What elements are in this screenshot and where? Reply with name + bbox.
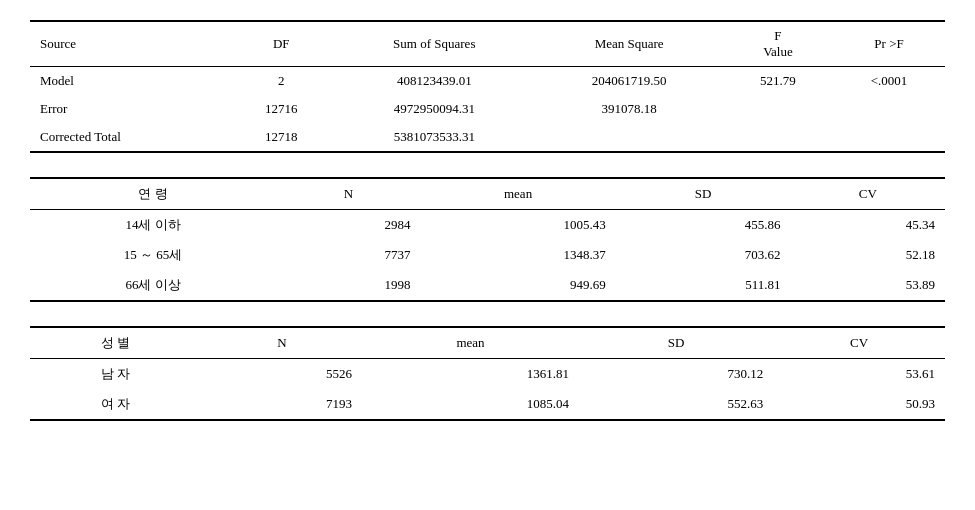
table-row: Error 12716 4972950094.31 391078.18 bbox=[30, 95, 945, 123]
anova-header-f: FValue bbox=[723, 21, 833, 67]
age-cv: 45.34 bbox=[791, 210, 945, 241]
age-header-cv: CV bbox=[791, 178, 945, 210]
gender-mean: 1085.04 bbox=[362, 389, 579, 420]
gender-header-sd: SD bbox=[579, 327, 773, 359]
anova-pr bbox=[833, 95, 945, 123]
anova-ms bbox=[535, 123, 722, 152]
table-row: Model 2 408123439.01 204061719.50 521.79… bbox=[30, 67, 945, 96]
gender-sd: 730.12 bbox=[579, 359, 773, 390]
age-label: 66세 이상 bbox=[30, 270, 276, 301]
gender-header-mean: mean bbox=[362, 327, 579, 359]
anova-df: 2 bbox=[229, 67, 333, 96]
age-table: 연 령 N mean SD CV 14세 이하 2984 1005.43 455… bbox=[30, 177, 945, 302]
table-row: 여 자 7193 1085.04 552.63 50.93 bbox=[30, 389, 945, 420]
anova-ss: 5381073533.31 bbox=[333, 123, 535, 152]
gender-table: 성 별 N mean SD CV 남 자 5526 1361.81 730.12… bbox=[30, 326, 945, 421]
anova-ms: 391078.18 bbox=[535, 95, 722, 123]
gender-header-label: 성 별 bbox=[30, 327, 202, 359]
anova-ss: 4972950094.31 bbox=[333, 95, 535, 123]
age-label: 14세 이하 bbox=[30, 210, 276, 241]
age-header-sd: SD bbox=[616, 178, 791, 210]
table-row: 남 자 5526 1361.81 730.12 53.61 bbox=[30, 359, 945, 390]
gender-n: 7193 bbox=[202, 389, 362, 420]
gender-sd: 552.63 bbox=[579, 389, 773, 420]
age-sd: 455.86 bbox=[616, 210, 791, 241]
anova-header-pr: Pr >F bbox=[833, 21, 945, 67]
age-sd: 703.62 bbox=[616, 240, 791, 270]
anova-f bbox=[723, 123, 833, 152]
anova-source: Error bbox=[30, 95, 229, 123]
anova-header-ms: Mean Square bbox=[535, 21, 722, 67]
main-container: Source DF Sum of Squares Mean Square FVa… bbox=[30, 20, 945, 421]
anova-header-ss: Sum of Squares bbox=[333, 21, 535, 67]
age-mean: 949.69 bbox=[420, 270, 615, 301]
age-header-n: N bbox=[276, 178, 420, 210]
anova-ss: 408123439.01 bbox=[333, 67, 535, 96]
anova-header-df: DF bbox=[229, 21, 333, 67]
table-row: 14세 이하 2984 1005.43 455.86 45.34 bbox=[30, 210, 945, 241]
age-n: 7737 bbox=[276, 240, 420, 270]
anova-pr bbox=[833, 123, 945, 152]
age-cv: 52.18 bbox=[791, 240, 945, 270]
gender-label: 남 자 bbox=[30, 359, 202, 390]
gender-header-n: N bbox=[202, 327, 362, 359]
anova-df: 12716 bbox=[229, 95, 333, 123]
anova-source: Model bbox=[30, 67, 229, 96]
anova-table: Source DF Sum of Squares Mean Square FVa… bbox=[30, 20, 945, 153]
age-n: 1998 bbox=[276, 270, 420, 301]
table-row: Corrected Total 12718 5381073533.31 bbox=[30, 123, 945, 152]
age-header-mean: mean bbox=[420, 178, 615, 210]
gender-header-cv: CV bbox=[773, 327, 945, 359]
gender-mean: 1361.81 bbox=[362, 359, 579, 390]
anova-df: 12718 bbox=[229, 123, 333, 152]
anova-f: 521.79 bbox=[723, 67, 833, 96]
anova-pr: <.0001 bbox=[833, 67, 945, 96]
anova-ms: 204061719.50 bbox=[535, 67, 722, 96]
age-n: 2984 bbox=[276, 210, 420, 241]
gender-cv: 50.93 bbox=[773, 389, 945, 420]
gender-cv: 53.61 bbox=[773, 359, 945, 390]
anova-source: Corrected Total bbox=[30, 123, 229, 152]
anova-header-source: Source bbox=[30, 21, 229, 67]
age-cv: 53.89 bbox=[791, 270, 945, 301]
gender-label: 여 자 bbox=[30, 389, 202, 420]
anova-f bbox=[723, 95, 833, 123]
table-row: 15 ～ 65세 7737 1348.37 703.62 52.18 bbox=[30, 240, 945, 270]
age-header-label: 연 령 bbox=[30, 178, 276, 210]
gender-n: 5526 bbox=[202, 359, 362, 390]
age-label: 15 ～ 65세 bbox=[30, 240, 276, 270]
age-mean: 1005.43 bbox=[420, 210, 615, 241]
age-sd: 511.81 bbox=[616, 270, 791, 301]
table-row: 66세 이상 1998 949.69 511.81 53.89 bbox=[30, 270, 945, 301]
age-mean: 1348.37 bbox=[420, 240, 615, 270]
